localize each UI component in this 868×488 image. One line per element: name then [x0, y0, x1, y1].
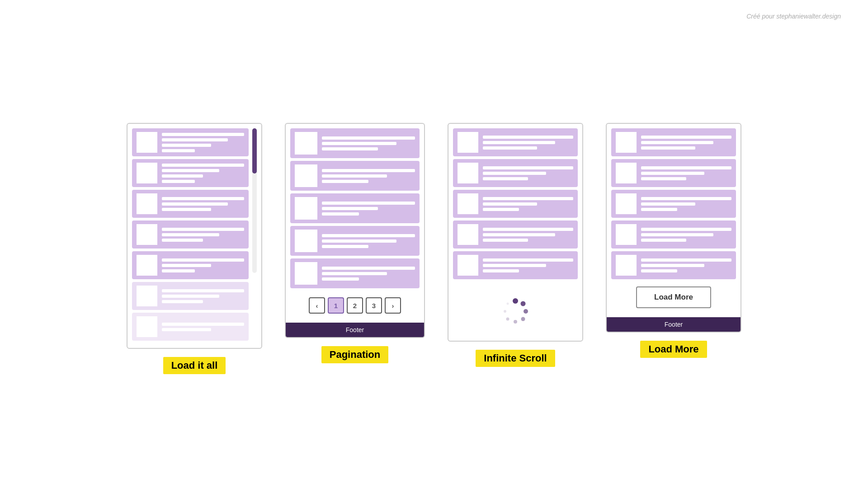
item-thumbnail: [458, 193, 478, 214]
line: [162, 138, 228, 141]
list-item: [132, 159, 249, 187]
list-item: [453, 128, 578, 156]
item-thumbnail: [616, 132, 637, 153]
scrollbar-thumb[interactable]: [252, 128, 257, 174]
line: [641, 258, 731, 262]
item-lines: [641, 258, 731, 272]
line: [483, 166, 573, 169]
line: [483, 172, 546, 175]
line: [483, 264, 546, 267]
line: [322, 212, 359, 216]
pagination-controls: ‹ 1 2 3 ›: [290, 291, 420, 318]
load-more-label: Load More: [640, 341, 707, 358]
scrollbar[interactable]: [252, 128, 257, 273]
list-item: [290, 161, 420, 191]
line: [641, 177, 686, 180]
line: [162, 328, 211, 331]
prev-page-button[interactable]: ‹: [309, 297, 325, 314]
line: [641, 202, 695, 206]
load-more-button[interactable]: Load More: [636, 286, 711, 308]
line: [483, 136, 573, 139]
item-lines: [641, 136, 731, 150]
item-thumbnail: [616, 255, 637, 276]
item-lines: [483, 258, 573, 272]
line: [162, 169, 219, 172]
line: [162, 295, 219, 298]
infinite-scroll-content: [448, 124, 582, 341]
load-more-footer: Footer: [607, 317, 741, 332]
item-lines: [162, 133, 244, 152]
item-thumbnail: [458, 132, 478, 153]
list-item: [611, 251, 736, 279]
line: [641, 146, 695, 150]
load-all-column: Load it all: [127, 123, 262, 374]
item-lines: [162, 289, 244, 303]
line: [162, 197, 244, 200]
load-all-device: [127, 123, 262, 349]
line: [162, 202, 228, 206]
next-page-button[interactable]: ›: [385, 297, 401, 314]
svg-point-6: [504, 310, 506, 313]
item-thumbnail: [295, 164, 317, 187]
list-item: [611, 221, 736, 249]
line: [162, 228, 244, 231]
item-lines: [322, 136, 415, 150]
list-item: [453, 221, 578, 249]
item-lines: [322, 234, 415, 248]
line: [162, 180, 195, 183]
line: [162, 208, 211, 211]
line: [322, 169, 415, 172]
list-item: [453, 251, 578, 279]
line: [322, 142, 396, 145]
line: [483, 146, 537, 150]
list-item: [290, 258, 420, 288]
line: [322, 174, 387, 178]
item-lines: [322, 169, 415, 183]
line: [483, 141, 555, 144]
line: [483, 269, 519, 272]
item-thumbnail: [295, 132, 317, 155]
infinite-scroll-device: [448, 123, 583, 342]
list-item: [611, 159, 736, 187]
svg-point-0: [513, 298, 518, 304]
line: [641, 172, 704, 175]
line: [322, 202, 415, 205]
item-lines: [162, 323, 244, 331]
item-thumbnail: [137, 193, 157, 214]
line: [483, 197, 573, 200]
line: [162, 164, 244, 167]
line: [322, 272, 387, 275]
item-thumbnail: [616, 224, 637, 245]
item-thumbnail: [137, 163, 157, 183]
line: [322, 277, 359, 281]
item-thumbnail: [137, 224, 157, 245]
line: [162, 264, 211, 267]
line: [641, 264, 704, 267]
list-item: [132, 251, 249, 279]
pagination-label: Pagination: [321, 346, 388, 363]
svg-point-2: [524, 309, 528, 314]
list-item: [132, 221, 249, 249]
item-lines: [483, 197, 573, 211]
list-item: [132, 282, 249, 310]
item-lines: [162, 197, 244, 211]
pagination-footer: Footer: [286, 323, 424, 337]
list-item: [132, 128, 249, 156]
line: [483, 202, 537, 206]
page-1-button[interactable]: 1: [328, 297, 344, 314]
line: [322, 245, 368, 248]
infinite-scroll-label: Infinite Scroll: [476, 350, 555, 367]
line: [641, 269, 677, 272]
list-item: [611, 128, 736, 156]
item-lines: [641, 197, 731, 211]
line: [641, 228, 731, 231]
page-3-button[interactable]: 3: [366, 297, 382, 314]
load-all-label: Load it all: [163, 357, 226, 374]
page-2-button[interactable]: 2: [347, 297, 363, 314]
list-item: [290, 226, 420, 256]
line: [483, 239, 528, 242]
list-item: [290, 128, 420, 158]
watermark: Créé pour stephaniewalter.design: [746, 13, 841, 20]
line: [641, 208, 677, 211]
line: [162, 149, 195, 152]
